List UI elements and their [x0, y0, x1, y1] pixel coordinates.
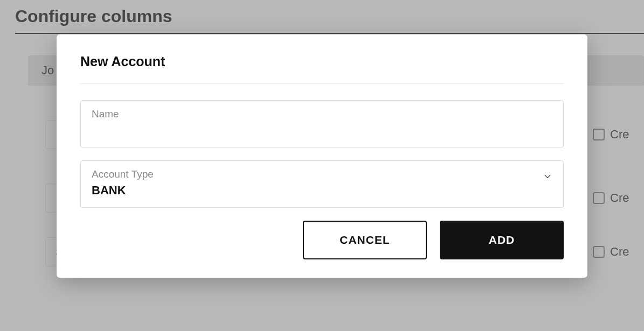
add-button[interactable]: ADD: [440, 221, 564, 259]
account-type-select[interactable]: Account Type BANK: [80, 160, 564, 208]
modal-overlay: New Account Name Account Type BANK CANCE…: [0, 0, 644, 331]
account-type-value: BANK: [92, 184, 154, 198]
cancel-button[interactable]: CANCEL: [303, 221, 427, 259]
account-type-label: Account Type: [92, 168, 154, 180]
modal-actions: CANCEL ADD: [80, 221, 564, 259]
chevron-down-icon: [543, 172, 552, 181]
name-input[interactable]: [92, 123, 552, 137]
modal-divider: [80, 83, 564, 84]
modal-title: New Account: [80, 54, 564, 69]
new-account-modal: New Account Name Account Type BANK CANCE…: [57, 34, 587, 278]
name-field-container[interactable]: Name: [80, 100, 564, 147]
name-field-label: Name: [92, 108, 552, 120]
